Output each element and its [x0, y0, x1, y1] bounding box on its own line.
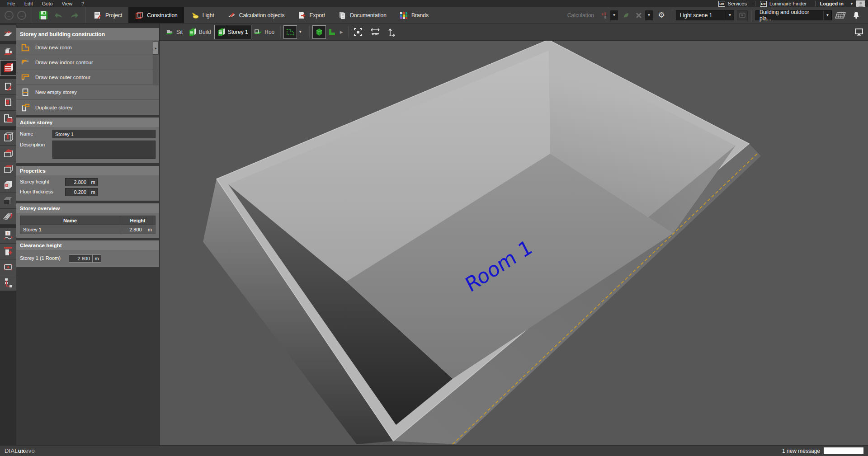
- sidebar-tool-storey-construction[interactable]: [0, 60, 16, 76]
- monitor-icon: [854, 28, 863, 36]
- menu-goto[interactable]: Goto: [38, 0, 57, 7]
- profile-select[interactable]: Building and outdoor pla...: [755, 10, 823, 20]
- action-draw-new-room[interactable]: Draw new room: [16, 40, 159, 55]
- viewport-toolbar: Sit Build Storey 1 Roo ▼ ▶: [160, 24, 868, 41]
- calculation-options-dropdown[interactable]: ▼: [645, 10, 653, 20]
- view-more-arrow[interactable]: ▶: [340, 30, 343, 34]
- sidebar-tool-column[interactable]: [0, 130, 16, 146]
- vp-tab-room[interactable]: Roo: [251, 25, 277, 39]
- back-button[interactable]: ←: [5, 11, 14, 20]
- save-button[interactable]: [37, 9, 50, 22]
- duplicate-storey-icon: [21, 103, 30, 112]
- column-height[interactable]: Height: [120, 216, 156, 225]
- sidebar-tool-ceiling[interactable]: [0, 161, 16, 177]
- table-row[interactable]: Storey 1 2.800 m: [20, 225, 156, 234]
- column-name[interactable]: Name: [20, 216, 120, 225]
- storey-height-unit: m: [89, 178, 98, 186]
- vp-tab-site[interactable]: Sit: [162, 25, 186, 39]
- action-draw-indoor-contour[interactable]: Draw new indoor contour: [16, 55, 159, 70]
- section-storey-overview: Storey overview: [16, 203, 159, 213]
- sidebar-tool-building-body[interactable]: [0, 44, 16, 60]
- tab-brands[interactable]: Brands: [393, 7, 435, 23]
- tab-construction[interactable]: Construction: [128, 7, 184, 23]
- profile-dropdown-button[interactable]: ▼: [823, 10, 832, 20]
- undo-icon: [54, 12, 64, 19]
- clearance-height-input[interactable]: [69, 254, 92, 263]
- view-3d-button[interactable]: [313, 26, 326, 38]
- action-draw-outer-contour[interactable]: Draw new outer contour: [16, 70, 159, 85]
- save-icon: [38, 10, 48, 20]
- scroll-up-button[interactable]: ▲: [153, 41, 159, 55]
- chevron-down-icon[interactable]: ▼: [850, 2, 854, 6]
- display-settings-button[interactable]: [853, 26, 865, 38]
- storey-name-input[interactable]: [52, 130, 156, 138]
- new-message-link[interactable]: 1 new message: [782, 448, 820, 454]
- services-link[interactable]: Services: [728, 1, 747, 6]
- sidebar-tool-wall-opening[interactable]: [0, 95, 16, 111]
- scene-3d-canvas[interactable]: Room 1: [160, 41, 868, 445]
- sidebar-tool-roof[interactable]: [0, 146, 16, 161]
- avatar[interactable]: [856, 0, 865, 7]
- light-scene-settings-button[interactable]: [737, 10, 748, 20]
- sidebar-tool-dark-room[interactable]: [0, 193, 16, 209]
- site-tab-icon: [165, 28, 174, 36]
- forward-button[interactable]: →: [17, 11, 26, 20]
- measure-button[interactable]: [369, 26, 382, 38]
- tab-project[interactable]: Project: [87, 7, 128, 23]
- settings-button[interactable]: ⚙: [656, 9, 667, 22]
- menu-edit[interactable]: Edit: [20, 0, 38, 7]
- light-scene-select[interactable]: Light scene 1: [676, 10, 726, 20]
- storey-description-input[interactable]: [52, 141, 156, 159]
- floor-thickness-input[interactable]: [65, 188, 89, 196]
- sidebar-tool-calculation-surface[interactable]: [0, 259, 16, 275]
- measure-icon: [370, 28, 380, 37]
- vp-tab-building[interactable]: Build: [186, 25, 215, 39]
- action-duplicate-storey[interactable]: Duplicate storey: [16, 100, 159, 115]
- height-measure-icon: [387, 28, 396, 37]
- calculation-dropdown-button[interactable]: ▼: [610, 10, 618, 20]
- action-new-empty-storey[interactable]: New empty storey: [16, 85, 159, 100]
- contour-display-dropdown[interactable]: ▼: [297, 27, 304, 37]
- vp-tab-storey-1[interactable]: Storey 1: [215, 25, 251, 39]
- sidebar-tool-structure-tree[interactable]: [0, 275, 16, 291]
- project-icon: [93, 11, 102, 20]
- sidebar-tool-terrain[interactable]: [0, 25, 16, 41]
- tab-documentation[interactable]: Documentation: [331, 7, 393, 23]
- scrollbar[interactable]: ▲: [153, 41, 159, 85]
- sidebar-tool-wall[interactable]: [0, 79, 16, 95]
- start-calculation-button[interactable]: [599, 9, 609, 22]
- divider: [280, 26, 281, 38]
- sidebar-tool-material[interactable]: [0, 177, 16, 193]
- menu-view[interactable]: View: [57, 0, 77, 7]
- tab-export[interactable]: Export: [291, 7, 332, 23]
- indoor-contour-icon: [21, 58, 30, 67]
- zoom-fit-button[interactable]: [352, 26, 364, 38]
- luminaire-finder-link[interactable]: Luminaire Finder: [769, 1, 807, 6]
- tab-calculation-objects[interactable]: Calculation objects: [221, 7, 291, 23]
- menu-file[interactable]: File: [3, 0, 20, 7]
- redo-button[interactable]: [67, 9, 81, 22]
- view-plan-button[interactable]: [326, 26, 338, 38]
- eco-calculation-button[interactable]: [621, 9, 632, 22]
- sidebar-tool-insert-element[interactable]: [0, 244, 16, 259]
- sidebar-tool-text-object[interactable]: T: [0, 228, 16, 244]
- contour-display-button[interactable]: [284, 26, 297, 38]
- storey-construction-icon: [2, 62, 14, 74]
- light-scene-dropdown-button[interactable]: ▼: [726, 10, 734, 20]
- notifications-button[interactable]: [850, 9, 863, 22]
- cancel-calculation-button[interactable]: [633, 9, 644, 22]
- undo-button[interactable]: [52, 9, 66, 22]
- logged-in-menu[interactable]: Logged in: [820, 1, 844, 6]
- storey-height-input[interactable]: [65, 178, 89, 186]
- properties-body: Storey height m Floor thickness m: [16, 175, 159, 201]
- sidebar-tool-room-contour[interactable]: [0, 111, 16, 127]
- room-contour-icon: [3, 113, 14, 124]
- person-icon: [858, 1, 864, 7]
- tab-light[interactable]: Light: [184, 7, 221, 23]
- wall-opening-icon: [3, 97, 14, 108]
- menu-help[interactable]: ?: [77, 0, 89, 7]
- ground-plan-button[interactable]: [833, 9, 848, 22]
- sidebar-tool-assessment-zone[interactable]: [0, 209, 16, 225]
- height-measure-button[interactable]: [385, 26, 398, 38]
- divider: [85, 7, 86, 23]
